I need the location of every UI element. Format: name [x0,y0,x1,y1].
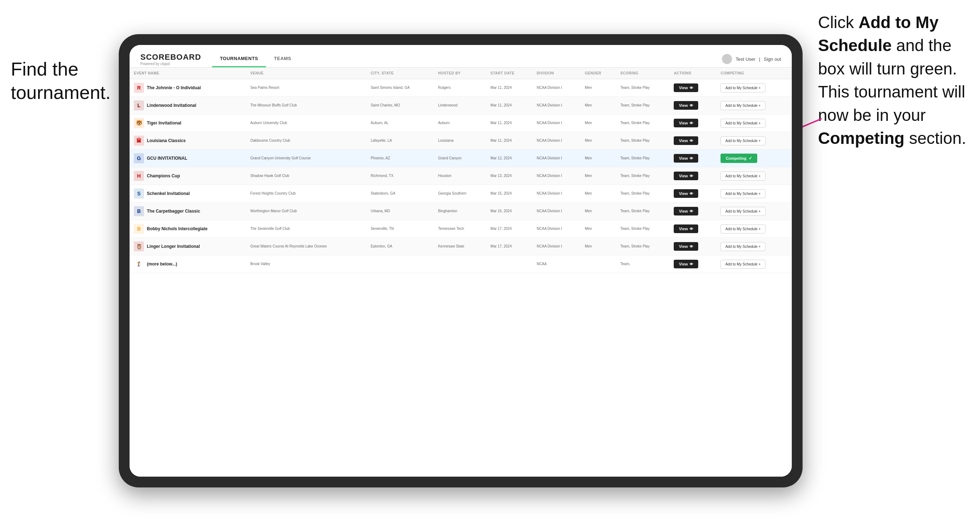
competing-cell: Add to My Schedule + [716,256,792,273]
view-button[interactable]: View 👁 [674,207,698,216]
sign-out-link[interactable]: Sign out [764,57,781,62]
venue-cell: Auburn University Club [246,114,366,132]
division-cell: NCAA Division I [532,238,581,256]
table-row: B Bobby Nichols Intercollegiate The Sevi… [130,220,792,238]
team-logo: 🦉 [134,241,144,251]
division-cell: NCAA Division I [532,79,581,97]
eye-icon: 👁 [690,157,693,160]
add-to-schedule-button[interactable]: Add to My Schedule + [721,119,765,128]
division-cell: NCAA [532,256,581,273]
event-name-cell: S Schenkel Invitational [130,185,246,203]
add-to-schedule-button[interactable]: Add to My Schedule + [721,189,765,198]
team-logo: S [134,189,144,198]
scoring-cell: Team, Stroke Play [616,203,670,220]
event-name-cell: 🏛 Louisiana Classics [130,132,246,150]
hosted-by-cell: Auburn [434,114,486,132]
actions-cell: View 👁 [670,203,716,220]
eye-icon: 👁 [690,174,693,178]
annotation-left: Find the tournament. [11,57,119,104]
city-state-cell: Saint Simons Island, GA [366,79,434,97]
start-date-cell: Mar 11, 2024 [486,114,533,132]
view-button[interactable]: View 👁 [674,101,698,110]
table-body: R The Johnnie - O Individual Sea Palms R… [130,79,792,273]
city-state-cell: Phoenix, AZ [366,150,434,167]
venue-cell: Forest Heights Country Club [246,185,366,203]
division-cell: NCAA Division I [532,185,581,203]
table-row: B The Carpetbagger Classic Worthington M… [130,203,792,220]
header-user: Test User | Sign out [722,54,781,64]
actions-cell: View 👁 [670,79,716,97]
table-row: S Schenkel Invitational Forest Heights C… [130,185,792,203]
col-gender: GENDER [581,68,616,79]
venue-cell: Brook Valley [246,256,366,273]
tournaments-table: EVENT NAME VENUE CITY, STATE HOSTED BY S… [130,68,792,273]
add-to-schedule-button[interactable]: Add to My Schedule + [721,207,765,216]
table-row: L Lindenwood Invitational The Missouri B… [130,97,792,114]
actions-cell: View 👁 [670,185,716,203]
add-to-schedule-button[interactable]: Add to My Schedule + [721,101,765,110]
start-date-cell: Mar 11, 2024 [486,79,533,97]
scoring-cell: Team, [616,256,670,273]
view-button[interactable]: View 👁 [674,260,698,268]
scoring-cell: Team, Stroke Play [616,132,670,150]
event-name: The Carpetbagger Classic [147,209,200,214]
view-button[interactable]: View 👁 [674,137,698,145]
event-name-cell: B Bobby Nichols Intercollegiate [130,220,246,238]
view-button[interactable]: View 👁 [674,224,698,233]
view-button[interactable]: View 👁 [674,242,698,251]
division-cell: NCAA Division I [532,150,581,167]
tab-teams[interactable]: TEAMS [266,51,299,67]
eye-icon: 👁 [690,244,693,249]
view-button[interactable]: View 👁 [674,83,698,92]
view-button[interactable]: View 👁 [674,171,698,180]
division-cell: NCAA Division I [532,114,581,132]
competing-cell: Add to My Schedule + [716,185,792,203]
gender-cell: Men [581,79,616,97]
tab-tournaments[interactable]: TOURNAMENTS [212,51,266,67]
event-name-cell: B The Carpetbagger Classic [130,203,246,220]
add-to-schedule-button[interactable]: Add to My Schedule + [721,171,765,181]
view-button[interactable]: View 👁 [674,154,698,163]
view-button[interactable]: View 👁 [674,189,698,198]
eye-icon: 👁 [690,262,693,266]
add-to-schedule-button[interactable]: Add to My Schedule + [721,137,765,145]
competing-button[interactable]: Competing ✓ [721,154,757,163]
actions-cell: View 👁 [670,114,716,132]
event-name: (more below...) [147,262,177,267]
event-name: GCU INVITATIONAL [147,156,187,161]
team-logo: B [134,224,144,234]
event-name-cell: H Champions Cup [130,167,246,185]
scoring-cell: Team, Stroke Play [616,220,670,238]
scoring-cell: Team, Stroke Play [616,150,670,167]
add-to-schedule-button[interactable]: Add to My Schedule + [721,260,765,269]
competing-cell: Add to My Schedule + [716,114,792,132]
actions-cell: View 👁 [670,97,716,114]
hosted-by-cell: Houston [434,167,486,185]
start-date-cell: Mar 11, 2024 [486,97,533,114]
check-icon: ✓ [749,156,752,161]
event-name: Lindenwood Invitational [147,103,196,108]
eye-icon: 👁 [690,227,693,231]
competing-cell: Add to My Schedule + [716,132,792,150]
eye-icon: 👁 [690,139,693,143]
team-logo: H [134,171,144,181]
city-state-cell: Urbana, MD [366,203,434,220]
city-state-cell: Statesboro, GA [366,185,434,203]
venue-cell: The Sevierville Golf Club [246,220,366,238]
add-to-schedule-button[interactable]: Add to My Schedule + [721,83,765,92]
event-name: The Johnnie - O Individual [147,85,201,90]
start-date-cell: Mar 17, 2024 [486,238,533,256]
view-button[interactable]: View 👁 [674,119,698,127]
eye-icon: 👁 [690,210,693,213]
add-to-schedule-button[interactable]: Add to My Schedule + [721,224,765,233]
city-state-cell: Auburn, AL [366,114,434,132]
actions-cell: View 👁 [670,167,716,185]
event-name: Linger Longer Invitational [147,244,200,249]
add-to-schedule-button[interactable]: Add to My Schedule + [721,242,765,251]
app-header: SCOREBOARD Powered by clippd TOURNAMENTS… [130,45,792,68]
event-name-cell: 🦉 Linger Longer Invitational [130,238,246,256]
hosted-by-cell [434,256,486,273]
scoring-cell: Team, Stroke Play [616,238,670,256]
event-name-cell: L Lindenwood Invitational [130,97,246,114]
competing-cell: Add to My Schedule + [716,97,792,114]
